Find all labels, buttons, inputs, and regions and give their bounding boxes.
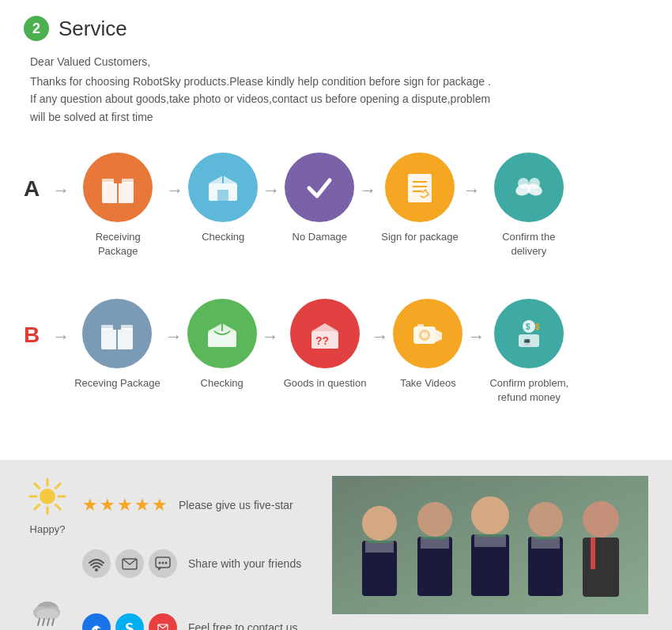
svg-rect-79 xyxy=(591,538,595,569)
svg-point-65 xyxy=(362,506,397,541)
flow-b-caption-5: Confirm problem,refund money xyxy=(489,376,568,405)
contact-icon-2 xyxy=(115,613,144,630)
star-rating: ★ ★ ★ ★ ★ xyxy=(82,495,168,515)
svg-point-77 xyxy=(583,501,619,538)
team-photo-bg xyxy=(332,476,648,614)
svg-rect-78 xyxy=(583,538,619,597)
svg-point-74 xyxy=(528,502,563,537)
svg-rect-30 xyxy=(417,324,424,327)
svg-point-55 xyxy=(36,609,59,620)
share-desc: Share with your friends xyxy=(188,557,301,570)
happy-icon xyxy=(24,476,71,523)
service-section: 2 Service Dear Valued Customers, Thanks … xyxy=(0,0,672,460)
star-2: ★ xyxy=(100,495,115,515)
svg-marker-29 xyxy=(436,330,442,342)
svg-point-49 xyxy=(162,561,164,564)
share-icon-3 xyxy=(149,549,177,578)
flow-a-item-2: Checking xyxy=(188,153,258,244)
svg-point-45 xyxy=(95,568,98,572)
happy-label: Happy? xyxy=(24,523,71,535)
not-happy-mood-group: Not Happy? xyxy=(24,592,71,630)
share-icon-1 xyxy=(82,549,111,578)
svg-line-43 xyxy=(55,484,60,489)
flow-b-caption-1: Receving Package xyxy=(74,376,160,390)
svg-line-58 xyxy=(47,619,49,625)
five-star-desc: Please give us five-star xyxy=(179,499,293,511)
intro-text: Dear Valued Customers, xyxy=(30,55,648,68)
svg-rect-82 xyxy=(477,534,504,537)
share-row: Share with your friends xyxy=(24,549,332,578)
flow-a-item-4: Sign for package xyxy=(381,153,459,244)
flow-a-caption-3: No Damage xyxy=(293,230,347,244)
star-3: ★ xyxy=(117,495,133,515)
flow-a-caption-4: Sign for package xyxy=(381,230,459,244)
flow-b-label: B xyxy=(24,323,40,348)
svg-marker-51 xyxy=(158,568,162,571)
flow-a-row: A → Receiving Package → xyxy=(24,145,648,266)
arrow-icon: → xyxy=(262,180,280,201)
svg-text:💻: 💻 xyxy=(523,337,532,346)
section-header: 2 Service xyxy=(24,16,648,41)
flow-a-caption-2: Checking xyxy=(202,230,244,244)
svg-rect-83 xyxy=(534,537,557,539)
contact-icon-3 xyxy=(149,613,177,630)
svg-line-44 xyxy=(35,504,40,509)
share-icon-2 xyxy=(115,549,144,578)
svg-text:??: ?? xyxy=(315,334,329,347)
receiving-package-icon xyxy=(83,153,153,222)
arrow-icon: → xyxy=(52,326,70,347)
arrow-icon: → xyxy=(165,326,183,347)
star-4: ★ xyxy=(134,495,150,515)
flow-a-caption-5: Confirm the delivery xyxy=(485,230,572,258)
arrow-icon: → xyxy=(359,180,376,201)
svg-text:$: $ xyxy=(535,323,540,331)
flow-b-caption-3: Goods in question xyxy=(284,376,367,390)
section-number: 2 xyxy=(24,16,49,41)
svg-point-28 xyxy=(421,332,428,338)
svg-point-48 xyxy=(159,561,161,564)
desc-text: Thanks for choosing RobotSky products.Pl… xyxy=(30,73,648,126)
checking-icon xyxy=(188,153,258,222)
flow-a-caption-1: Receiving Package xyxy=(74,230,161,258)
bottom-section: Happy? ★ ★ ★ ★ ★ Please give us five-sta… xyxy=(0,460,672,630)
svg-line-59 xyxy=(52,619,54,625)
arrow-icon: → xyxy=(262,326,279,347)
flow-b-item-2: Checking xyxy=(187,299,257,390)
flow-a-label: A xyxy=(24,176,40,202)
arrow-icon: → xyxy=(467,326,485,347)
svg-line-41 xyxy=(35,484,40,489)
flow-b-item-3: ?? Goods in question xyxy=(284,299,367,390)
contact-icon-1 xyxy=(82,613,111,630)
sign-package-icon xyxy=(385,153,455,222)
svg-point-68 xyxy=(417,502,452,537)
social-icons-contact xyxy=(82,613,177,630)
svg-marker-24 xyxy=(311,323,338,331)
svg-rect-8 xyxy=(408,174,432,202)
svg-line-42 xyxy=(55,504,60,509)
star-1: ★ xyxy=(82,495,98,515)
arrow-icon: → xyxy=(52,180,70,201)
svg-rect-81 xyxy=(423,537,447,539)
flow-b-item-4: Take Videos xyxy=(393,299,462,390)
confirm-problem-icon: $ 💻 $ xyxy=(494,299,564,368)
svg-point-14 xyxy=(518,178,529,189)
arrow-icon: → xyxy=(371,326,388,347)
flow-a-item-1: Receiving Package xyxy=(74,153,161,258)
not-happy-icon xyxy=(24,592,71,630)
social-icons-share xyxy=(82,549,177,578)
bottom-left: Happy? ★ ★ ★ ★ ★ Please give us five-sta… xyxy=(24,476,332,630)
receving-package-icon xyxy=(82,299,152,368)
checking-b-icon xyxy=(187,299,257,368)
star-5: ★ xyxy=(152,495,168,515)
arrow-icon: → xyxy=(463,180,481,201)
flow-b-row: B → Receving Package → xyxy=(24,291,648,413)
flow-a-item-3: No Damage xyxy=(285,153,354,244)
svg-point-36 xyxy=(40,489,55,504)
svg-point-71 xyxy=(471,496,509,534)
flow-b-item-1: Receving Package xyxy=(74,299,160,390)
svg-rect-7 xyxy=(217,190,228,201)
svg-point-15 xyxy=(529,178,540,189)
svg-rect-80 xyxy=(368,541,391,543)
flow-b-item-5: $ 💻 $ Confirm problem,refund money xyxy=(489,299,568,405)
team-photo xyxy=(332,476,648,614)
